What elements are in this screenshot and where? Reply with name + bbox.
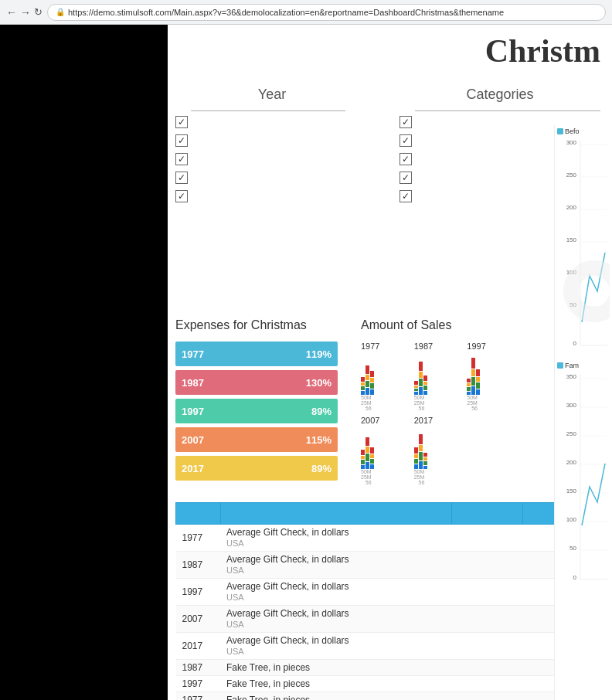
mini-col <box>361 450 365 469</box>
mini-bar-seg <box>471 369 475 376</box>
mini-col <box>366 365 369 395</box>
mini-bar-seg <box>476 369 480 376</box>
mini-col <box>419 434 423 469</box>
bar-pct-1997: 89% <box>311 406 332 417</box>
mini-bar-seg <box>423 386 427 390</box>
title-section: Christm <box>474 25 612 77</box>
mini-bar-seg <box>370 454 374 458</box>
th-empty <box>451 503 522 525</box>
td-year: 2007 <box>176 606 221 633</box>
right-legend-2: Fam <box>557 362 610 369</box>
mini-col <box>467 379 471 395</box>
cat-checkbox-icon-2[interactable]: ✓ <box>400 134 412 147</box>
filters-section: Year ✓ ✓ ✓ ✓ ✓ Categories ✓ <box>175 87 600 209</box>
td-year: 1997 <box>176 676 221 692</box>
mini-bar-seg <box>423 382 427 385</box>
td-product: Fake Tree, in pieces <box>220 676 451 692</box>
cat-checkbox-icon-5[interactable]: ✓ <box>400 190 412 202</box>
checkbox-icon-4[interactable]: ✓ <box>175 172 188 184</box>
checkbox-icon-1[interactable]: ✓ <box>175 116 188 128</box>
address-bar[interactable]: 🔒 https://demo.stimulsoft.com/Main.aspx?… <box>47 4 606 21</box>
sales-year-label-1997: 1997 <box>467 342 485 351</box>
sales-axis-labels: 50M25M56 <box>361 395 372 411</box>
mini-col <box>419 362 423 395</box>
td-product: Average Gift Check, in dollarsUSA <box>220 579 451 606</box>
right-chart-area: Befo 300 250 200 150 100 50 0 <box>554 125 612 700</box>
sales-chart-title: Amount of Sales <box>361 318 515 332</box>
cat-checkbox-icon-1[interactable]: ✓ <box>400 116 412 128</box>
mini-bar-seg <box>370 459 374 464</box>
bar-year-1987: 1987 <box>182 377 204 389</box>
mini-bar-seg <box>471 386 475 395</box>
legend-label-1: Befo <box>565 127 580 135</box>
sales-axis-labels: 50M25M56 <box>361 469 372 485</box>
mini-bar-seg <box>366 454 369 461</box>
bar-pct-1987: 130% <box>306 377 332 389</box>
main-content: Christm Year ✓ ✓ ✓ ✓ ✓ Categories <box>168 25 612 700</box>
svg-text:0: 0 <box>573 574 577 581</box>
mini-bar-seg <box>361 456 365 459</box>
bar-row-1987: 1987 130% <box>175 370 338 395</box>
svg-text:50: 50 <box>570 545 576 552</box>
mini-bar-seg <box>471 358 475 369</box>
year-checkbox-4[interactable]: ✓ <box>175 172 369 184</box>
back-button[interactable]: ← <box>6 6 17 19</box>
year-checkbox-3[interactable]: ✓ <box>175 153 369 165</box>
legend-label-2: Fam <box>565 362 579 369</box>
td-product: Average Gift Check, in dollarsUSA <box>220 552 451 579</box>
mini-bar-seg <box>476 377 480 382</box>
bar-year-1997: 1997 <box>182 406 204 417</box>
mini-bar-seg <box>419 372 423 378</box>
checkbox-icon-2[interactable]: ✓ <box>175 134 188 147</box>
expenses-chart-title: Expenses for Christmas <box>175 318 345 332</box>
sales-bars-1997 <box>467 352 480 395</box>
checkbox-icon-3[interactable]: ✓ <box>175 153 188 165</box>
td-product: Fake Tree, in pieces <box>220 692 451 701</box>
svg-point-15 <box>571 268 610 314</box>
svg-text:200: 200 <box>566 459 577 466</box>
sales-axis-labels: 50M25M56 <box>414 395 425 411</box>
legend-dot-blue <box>557 128 563 134</box>
mini-bar-seg <box>476 382 480 389</box>
bar-row-2017: 2017 89% <box>175 456 338 481</box>
bar-year-1977: 1977 <box>182 348 204 360</box>
td-empty <box>451 606 522 633</box>
mini-bar-seg <box>414 459 418 464</box>
mini-bar-seg <box>423 461 427 465</box>
mini-bar-seg <box>423 453 427 457</box>
td-empty <box>451 676 522 692</box>
mini-bar-seg <box>366 375 369 380</box>
mini-bar-seg <box>467 387 471 391</box>
mini-bar-seg <box>361 386 365 390</box>
svg-text:250: 250 <box>566 430 577 437</box>
table-header-row <box>176 503 613 525</box>
svg-text:0: 0 <box>573 340 577 347</box>
svg-text:350: 350 <box>566 373 577 380</box>
sales-mini-2017: 201750M25M56 <box>414 416 463 485</box>
mini-bar-seg <box>476 389 480 396</box>
right-chart-svg-2: 350 300 250 200 150 100 50 0 <box>557 371 610 587</box>
cat-checkbox-icon-4[interactable]: ✓ <box>400 172 412 184</box>
td-empty <box>451 579 522 606</box>
year-checkbox-2[interactable]: ✓ <box>175 134 369 147</box>
checkbox-icon-5[interactable]: ✓ <box>175 190 188 202</box>
mini-bar-seg <box>370 378 374 382</box>
mini-bar-seg <box>414 386 418 388</box>
td-product: Fake Tree, in pieces <box>220 660 451 676</box>
mini-bar-seg <box>414 389 418 392</box>
year-checkbox-5[interactable]: ✓ <box>175 190 369 202</box>
sales-axis-labels: 50M25M56 <box>467 395 478 411</box>
right-chart-top-body: 300 250 200 150 100 50 0 <box>557 137 610 353</box>
mini-bar-seg <box>366 447 369 453</box>
forward-button[interactable]: → <box>20 6 31 19</box>
mini-bar-seg <box>419 461 423 470</box>
categories-divider <box>415 110 600 111</box>
bar-pct-1977: 119% <box>306 348 332 360</box>
cat-checkbox-icon-3[interactable]: ✓ <box>400 153 412 165</box>
td-product: Average Gift Check, in dollarsUSA <box>220 606 451 633</box>
reload-button[interactable]: ↻ <box>34 6 42 18</box>
year-checkbox-1[interactable]: ✓ <box>175 116 369 128</box>
table-row: 1997 Fake Tree, in pieces 8,600,000 6,79… <box>176 676 613 692</box>
sales-grid: 197750M25M56198750M25M56199750M25M562007… <box>361 342 515 485</box>
mini-bar-seg <box>471 377 475 386</box>
